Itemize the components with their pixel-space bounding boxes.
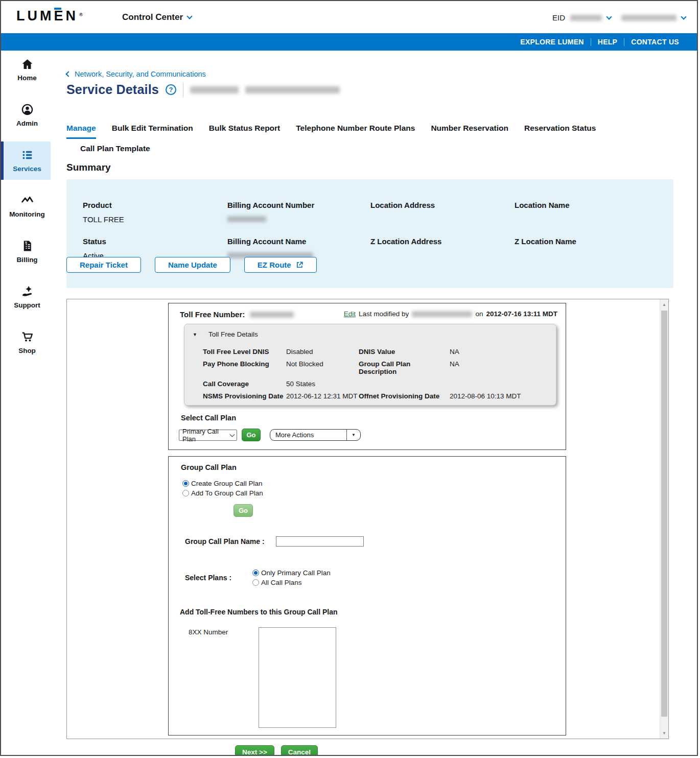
dropdown-arrow-icon[interactable]: ▼ [346,430,360,440]
eid-label: EID [552,13,565,22]
detail-value: NA [450,360,556,375]
detail-label: Offnet Provisioning Date [359,392,450,400]
sidebar-item-shop[interactable]: Shop [1,323,51,362]
lumen-logo[interactable]: LUMEN® [16,8,83,24]
help-question-icon[interactable]: ? [166,84,176,95]
modified-on: on [475,310,483,318]
modified-date: 2012-07-16 13:11 MDT [486,310,557,318]
eid-chevron-down-icon[interactable] [606,14,612,19]
select-plans-radios: Only Primary Call Plan All Call Plans [252,568,331,587]
button-label: EZ Route [258,260,291,269]
group-call-plan-go-button[interactable]: Go [234,504,253,517]
more-actions-dropdown[interactable]: More Actions ▼ [270,429,361,441]
detail-label: Pay Phone Blocking [203,360,286,375]
detail-label: Call Coverage [203,380,286,388]
detail-label: Toll Free Level DNIS [203,348,286,356]
number-listbox-row: 8XX Number [189,627,558,728]
radio-label: All Call Plans [261,578,302,587]
toll-free-details-box: ▼ Toll Free Details Toll Free Level DNIS… [184,324,556,406]
edit-link[interactable]: Edit [344,310,356,318]
toll-free-details-toggle[interactable]: ▼ Toll Free Details [193,330,556,338]
group-call-plan-name-input[interactable] [276,536,364,547]
detail-label: DNIS Value [359,348,450,356]
svg-text:$: $ [25,241,27,244]
summary-action-buttons: Repair Ticket Name Update EZ Route [66,257,317,273]
monitoring-pulse-icon [21,194,34,207]
tabs-row-2: Call Plan Template [80,144,150,153]
ez-route-button[interactable]: EZ Route [244,257,317,273]
field-value [515,251,673,259]
tab-call-plan-template[interactable]: Call Plan Template [80,144,150,157]
sidebar-item-billing[interactable]: $ Billing [1,232,51,271]
sidebar-item-label: Monitoring [9,210,45,218]
sidebar-item-services[interactable]: Services [1,141,51,180]
main-content: Network, Security, and Communications Se… [51,51,697,755]
vertical-scrollbar[interactable]: ▲ ▼ [660,299,668,739]
modified-by-redacted [412,311,472,317]
services-list-icon [21,149,34,161]
summary-field-product: Product TOLL FREE [83,201,227,224]
user-chevron-down-icon[interactable] [681,14,686,19]
last-modified-info: Edit Last modified by on 2012-07-16 13:1… [344,310,557,318]
field-value [370,215,515,223]
tab-number-reservation[interactable]: Number Reservation [431,124,508,139]
control-center-menu[interactable]: Control Center [122,12,192,22]
toll-free-number-redacted [250,312,294,318]
detail-value: 2012-06-12 12:31 MDT [286,392,359,400]
sidebar-item-support[interactable]: Support [1,278,51,316]
radio-row-only-primary[interactable]: Only Primary Call Plan [252,568,331,578]
field-label: Billing Account Name [227,237,370,246]
sidebar-item-label: Support [14,301,40,309]
field-label: Status [83,237,227,246]
tab-bulk-edit-termination[interactable]: Bulk Edit Termination [112,124,193,139]
only-primary-call-plan-radio[interactable] [252,570,259,576]
title-divider [183,83,183,97]
create-group-call-plan-radio[interactable] [182,480,189,487]
explore-lumen-link[interactable]: EXPLORE LUMEN [514,38,590,46]
tab-manage[interactable]: Manage [66,124,96,139]
sidebar-item-home[interactable]: Home [1,51,51,89]
chevron-down-icon [186,13,192,19]
scroll-down-arrow[interactable]: ▼ [660,729,668,738]
sidebar-item-monitoring[interactable]: Monitoring [1,187,51,225]
toll-free-number: Toll Free Number: [180,310,294,319]
scroll-up-arrow[interactable]: ▲ [660,300,668,309]
toll-free-number-label: Toll Free Number: [180,310,245,319]
radio-label: Add To Group Call Plan [191,488,263,498]
radio-row-all-plans[interactable]: All Call Plans [252,578,331,587]
title-row: Service Details ? [66,82,340,97]
contact-us-link[interactable]: CONTACT US [624,38,686,46]
name-update-button[interactable]: Name Update [155,257,230,273]
help-link[interactable]: HELP [591,38,624,46]
call-plan-go-button[interactable]: Go [242,429,261,441]
external-link-icon [296,261,304,269]
sidebar: Home Admin Services Monitoring $ Billing… [1,51,51,755]
repair-ticket-button[interactable]: Repair Ticket [66,257,141,273]
global-nav-bar: EXPLORE LUMEN HELP CONTACT US [1,33,697,51]
field-label: Z Location Address [370,237,515,246]
add-numbers-heading: Add Toll-Free Numbers to this Group Call… [180,608,558,616]
add-to-group-call-plan-radio[interactable] [182,490,189,496]
cancel-button[interactable]: Cancel [281,745,318,756]
summary-heading: Summary [66,162,111,173]
call-plan-select[interactable]: Primary Call Plan [179,430,237,441]
8xx-number-listbox[interactable] [259,627,336,728]
radio-row-create[interactable]: Create Group Call Plan [182,479,558,488]
sidebar-item-admin[interactable]: Admin [1,96,51,134]
scrollbar-thumb[interactable] [661,311,667,717]
next-button[interactable]: Next >> [235,745,274,756]
breadcrumb[interactable]: Network, Security, and Communications [66,70,206,78]
field-value-redacted [227,215,370,224]
summary-field-location-address: Location Address [370,201,515,224]
modified-prefix: Last modified by [359,310,409,318]
collapse-triangle-icon: ▼ [193,332,197,337]
radio-label: Create Group Call Plan [191,479,263,488]
tab-reservation-status[interactable]: Reservation Status [524,124,596,139]
eid-value-redacted [570,15,602,21]
field-value [515,215,673,223]
radio-row-add[interactable]: Add To Group Call Plan [182,488,558,498]
chevron-left-icon [65,71,71,77]
tab-telephone-number-route-plans[interactable]: Telephone Number Route Plans [296,124,415,139]
tab-bulk-status-report[interactable]: Bulk Status Report [209,124,281,139]
all-call-plans-radio[interactable] [252,579,259,586]
